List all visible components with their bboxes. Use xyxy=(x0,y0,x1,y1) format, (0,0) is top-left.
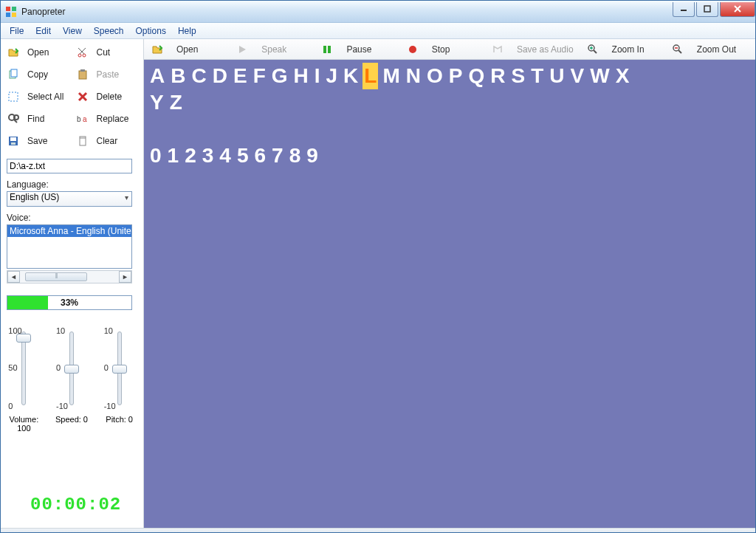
sidebar-button-label: Paste xyxy=(97,69,120,80)
voice-item-selected[interactable]: Microsoft Anna - English (United S xyxy=(7,225,131,237)
zoom-out-icon xyxy=(672,44,684,55)
char-Z[interactable]: Z xyxy=(168,89,184,116)
speed-thumb[interactable] xyxy=(64,365,79,374)
sidebar-delete[interactable]: Delete xyxy=(76,86,140,107)
sidebar-save[interactable]: Save xyxy=(7,131,70,151)
scroll-left-icon[interactable]: ◄ xyxy=(7,271,20,283)
window-buttons xyxy=(671,2,755,18)
char-I[interactable]: I xyxy=(313,63,322,89)
char-S[interactable]: S xyxy=(510,63,527,89)
toolbar-label: Zoom In xyxy=(612,44,645,55)
char-O[interactable]: O xyxy=(425,63,444,89)
clear-icon xyxy=(76,135,89,147)
char-Q[interactable]: Q xyxy=(467,63,486,89)
char-J[interactable]: J xyxy=(325,63,340,89)
char-B[interactable]: B xyxy=(169,63,187,89)
toolbar-zoom-out[interactable]: Zoom Out xyxy=(667,42,748,57)
char-P[interactable]: P xyxy=(447,63,464,89)
sidebar-clear[interactable]: Clear xyxy=(76,131,140,151)
sidebar-paste[interactable]: Paste xyxy=(76,64,140,85)
statusbar xyxy=(1,528,755,532)
language-select[interactable]: English (US) xyxy=(7,191,132,207)
volume-slider[interactable]: 100 50 0 Volume: 100 xyxy=(7,328,41,433)
char-X[interactable]: X xyxy=(614,63,631,89)
sidebar-open[interactable]: Open xyxy=(7,42,70,63)
svg-rect-2 xyxy=(6,13,10,17)
pitch-tick-top: 10 xyxy=(104,326,113,335)
toolbar-open[interactable]: Open xyxy=(147,42,227,57)
sidebar-cut[interactable]: Cut xyxy=(76,42,140,63)
toolbar-pause[interactable]: Pause xyxy=(317,42,397,57)
minimize-button[interactable] xyxy=(673,2,695,17)
sidebar-button-label: Select All xyxy=(27,92,63,102)
volume-tick-mid: 50 xyxy=(8,363,17,372)
char-2[interactable]: 2 xyxy=(183,142,198,169)
menu-options[interactable]: Options xyxy=(130,24,172,38)
menu-help[interactable]: Help xyxy=(172,24,202,38)
close-button[interactable] xyxy=(720,2,755,17)
char-F[interactable]: F xyxy=(252,63,267,89)
char-K[interactable]: K xyxy=(342,63,360,89)
maximize-button[interactable] xyxy=(696,2,718,17)
sidebar-select-all[interactable]: Select All xyxy=(7,86,70,107)
menu-edit[interactable]: Edit xyxy=(30,24,57,38)
char-W[interactable]: W xyxy=(588,63,611,89)
toolbar-label: Pause xyxy=(346,44,371,55)
voice-listbox[interactable]: Microsoft Anna - English (United S xyxy=(7,224,132,269)
menu-file[interactable]: File xyxy=(4,24,30,38)
sidebar-copy[interactable]: Copy xyxy=(7,64,70,85)
menu-speech[interactable]: Speech xyxy=(88,24,130,38)
cut-icon xyxy=(76,47,89,58)
char-C[interactable]: C xyxy=(190,63,207,89)
char-N[interactable]: N xyxy=(405,63,422,89)
toolbar-stop[interactable]: Stop xyxy=(402,42,483,57)
char-D[interactable]: D xyxy=(211,63,229,89)
char-E[interactable]: E xyxy=(232,63,249,89)
char-1[interactable]: 1 xyxy=(166,142,181,169)
char-G[interactable]: G xyxy=(270,63,289,89)
menu-view[interactable]: View xyxy=(57,24,88,38)
progress-bar: 33% xyxy=(7,295,132,310)
char-3[interactable]: 3 xyxy=(201,142,216,169)
pitch-track[interactable] xyxy=(117,331,122,405)
language-value: English (US) xyxy=(10,192,59,202)
char-Y[interactable]: Y xyxy=(148,89,165,116)
voice-scrollbar[interactable]: ◄ ► xyxy=(7,270,132,283)
char-8[interactable]: 8 xyxy=(288,142,303,169)
char-V[interactable]: V xyxy=(569,63,586,89)
char-6[interactable]: 6 xyxy=(252,142,267,169)
char-T[interactable]: T xyxy=(529,63,545,89)
char-M[interactable]: M xyxy=(381,63,401,89)
char-H[interactable]: H xyxy=(292,63,310,89)
pitch-thumb[interactable] xyxy=(112,365,127,374)
volume-thumb[interactable] xyxy=(16,334,31,343)
sidebar-replace[interactable]: baReplace xyxy=(76,109,140,129)
char-U[interactable]: U xyxy=(548,63,566,89)
speed-tick-mid: 0 xyxy=(56,363,61,372)
scroll-right-icon[interactable]: ► xyxy=(119,271,131,283)
char-5[interactable]: 5 xyxy=(236,142,250,169)
char-9[interactable]: 9 xyxy=(305,142,320,169)
char-0[interactable]: 0 xyxy=(148,142,163,169)
char-L[interactable]: L xyxy=(362,63,378,89)
replace-icon: ba xyxy=(76,113,89,125)
speed-track[interactable] xyxy=(69,331,74,405)
toolbar-zoom-in[interactable]: Zoom In xyxy=(583,42,663,57)
app-icon xyxy=(5,6,17,18)
speed-slider[interactable]: 10 0 -10 Speed: 0 xyxy=(55,328,89,433)
char-A[interactable]: A xyxy=(148,63,166,89)
char-4[interactable]: 4 xyxy=(218,142,233,169)
volume-track[interactable] xyxy=(21,331,26,405)
sidebar-find[interactable]: Find xyxy=(7,109,70,129)
scroll-thumb[interactable] xyxy=(25,272,87,281)
char-7[interactable]: 7 xyxy=(270,142,285,169)
voice-label: Voice: xyxy=(7,213,139,223)
text-content[interactable]: ABCDEFGHIJKLMNOPQRSTUVWXYZ0123456789 xyxy=(144,60,755,528)
char-R[interactable]: R xyxy=(489,63,506,89)
volume-tick-bot: 0 xyxy=(8,402,13,410)
speed-caption: Speed: 0 xyxy=(55,415,88,424)
copy-icon xyxy=(7,69,20,80)
titlebar[interactable]: Panopreter xyxy=(1,1,755,23)
file-path-input[interactable] xyxy=(7,159,132,173)
pitch-slider[interactable]: 10 0 -10 Pitch: 0 xyxy=(103,328,137,433)
